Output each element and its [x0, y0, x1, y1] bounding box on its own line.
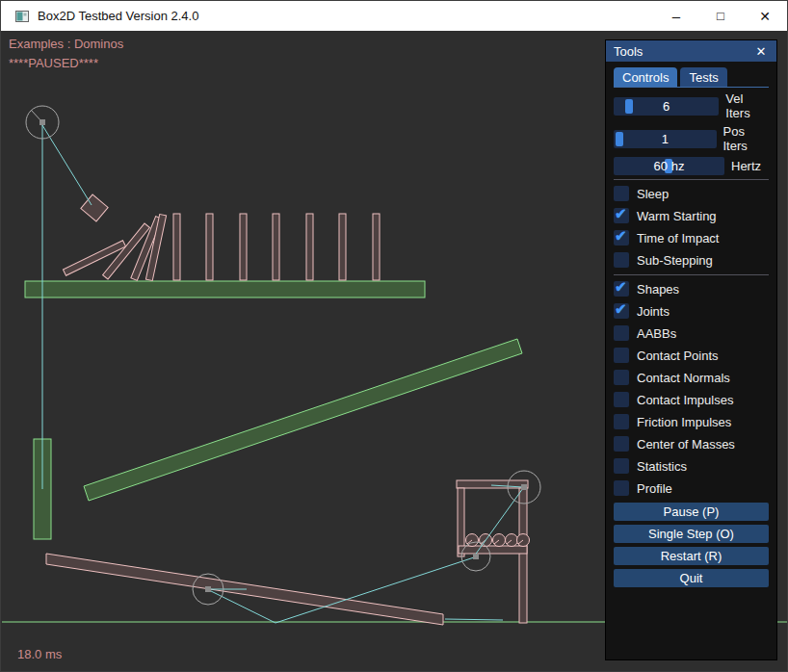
vel-iters-value: 6 — [614, 97, 719, 116]
tab-bar: Controls Tests — [614, 67, 769, 88]
maximize-button[interactable]: □ — [698, 1, 743, 31]
center-of-masses-checkbox[interactable]: ✔ — [614, 436, 629, 452]
pause-button[interactable]: Pause (P) — [614, 503, 769, 521]
hertz-value: 60 hz — [614, 157, 724, 175]
tools-panel-titlebar[interactable]: Tools ✕ — [606, 40, 776, 62]
checkbox-shapes[interactable]: ✔ Shapes — [614, 281, 769, 297]
checkbox-time-of-impact[interactable]: ✔ Time of Impact — [614, 230, 769, 246]
tab-controls[interactable]: Controls — [614, 67, 677, 87]
single-step-button[interactable]: Single Step (O) — [614, 525, 769, 543]
checkbox-joints[interactable]: ✔ Joints — [614, 303, 769, 319]
checkbox-profile[interactable]: ✔ Profile — [614, 480, 769, 496]
hertz-label: Hertz — [731, 159, 761, 173]
contact-points-checkbox[interactable]: ✔ — [614, 348, 629, 363]
tab-tests[interactable]: Tests — [680, 67, 726, 87]
contact-impulses-checkbox[interactable]: ✔ — [614, 392, 629, 407]
pos-iters-slider[interactable]: 1 — [614, 130, 717, 148]
pos-iters-value: 1 — [614, 130, 717, 148]
checkbox-friction-impulses[interactable]: ✔ Friction Impulses — [614, 414, 769, 429]
ramp-plank — [84, 339, 522, 501]
checkbox-contact-normals[interactable]: ✔ Contact Normals — [614, 370, 769, 385]
checkbox-sleep[interactable]: ✔ Sleep — [614, 186, 769, 201]
vel-iters-slider[interactable]: 6 — [614, 97, 719, 116]
checkbox-statistics[interactable]: ✔ Statistics — [614, 458, 769, 474]
check-icon: ✔ — [615, 278, 627, 296]
check-icon: ✔ — [615, 205, 627, 222]
frame-time-label: 18.0 ms — [17, 647, 62, 661]
check-icon: ✔ — [615, 227, 627, 245]
fallen-dominos — [63, 215, 166, 281]
sleep-checkbox[interactable]: ✔ — [614, 186, 629, 201]
quit-button[interactable]: Quit — [614, 569, 769, 587]
contact-normals-checkbox[interactable]: ✔ — [614, 370, 629, 385]
cradle-balls — [466, 534, 530, 547]
checkbox-center-of-masses[interactable]: ✔ Center of Masses — [614, 436, 769, 452]
separator — [614, 274, 769, 275]
checkbox-contact-points[interactable]: ✔ Contact Points — [614, 348, 769, 363]
draw-option-checkboxes: ✔ Shapes ✔ Joints ✔ AABBs ✔ Contact Poin… — [614, 281, 769, 496]
restart-button[interactable]: Restart (R) — [614, 547, 769, 565]
platform-shelf — [25, 281, 425, 297]
checkbox-contact-impulses[interactable]: ✔ Contact Impulses — [614, 392, 769, 407]
aabbs-checkbox[interactable]: ✔ — [614, 325, 629, 341]
checkbox-aabbs[interactable]: ✔ AABBs — [614, 325, 769, 341]
friction-impulses-checkbox[interactable]: ✔ — [614, 414, 629, 429]
hertz-slider[interactable]: 60 hz — [614, 157, 724, 175]
pos-iters-label: Pos Iters — [723, 124, 770, 153]
example-label: Examples : Dominos — [9, 37, 123, 51]
static-bodies — [25, 281, 522, 539]
pendulum-block — [81, 194, 108, 221]
sliders: 6 Vel Iters 1 Pos Iters 60 hz — [614, 91, 769, 175]
titlebar: Box2D Testbed Version 2.4.0 – □ ✕ — [1, 1, 787, 31]
app-window: Box2D Testbed Version 2.4.0 – □ ✕ Exampl… — [0, 0, 788, 672]
window-title: Box2D Testbed Version 2.4.0 — [38, 9, 654, 23]
time-of-impact-checkbox[interactable]: ✔ — [614, 230, 629, 246]
statistics-checkbox[interactable]: ✔ — [614, 458, 629, 474]
joints-checkbox[interactable]: ✔ — [614, 303, 629, 319]
vel-iters-label: Vel Iters — [725, 91, 769, 120]
profile-checkbox[interactable]: ✔ — [614, 480, 629, 496]
warm-starting-checkbox[interactable]: ✔ — [614, 208, 629, 223]
minimize-button[interactable]: – — [654, 1, 698, 31]
window-icon — [15, 10, 29, 23]
joint-anchors — [39, 119, 527, 592]
tools-panel-title: Tools — [614, 44, 753, 59]
sim-option-checkboxes: ✔ Sleep ✔ Warm Starting ✔ Time of Impact… — [614, 186, 769, 268]
check-icon: ✔ — [615, 300, 627, 318]
checkbox-sub-stepping[interactable]: ✔ Sub-Stepping — [614, 252, 769, 268]
sub-stepping-checkbox[interactable]: ✔ — [614, 252, 629, 268]
checkbox-warm-starting[interactable]: ✔ Warm Starting — [614, 208, 769, 223]
dynamic-bodies — [46, 194, 530, 625]
shapes-checkbox[interactable]: ✔ — [614, 281, 629, 297]
separator — [614, 179, 769, 180]
action-buttons: Pause (P) Single Step (O) Restart (R) Qu… — [614, 503, 769, 587]
tools-panel: Tools ✕ Controls Tests 6 Vel Iters — [605, 39, 777, 660]
paused-label: ****PAUSED**** — [9, 56, 98, 70]
tools-close-icon[interactable]: ✕ — [753, 43, 769, 59]
close-button[interactable]: ✕ — [743, 1, 787, 31]
standing-dominos — [173, 214, 380, 280]
